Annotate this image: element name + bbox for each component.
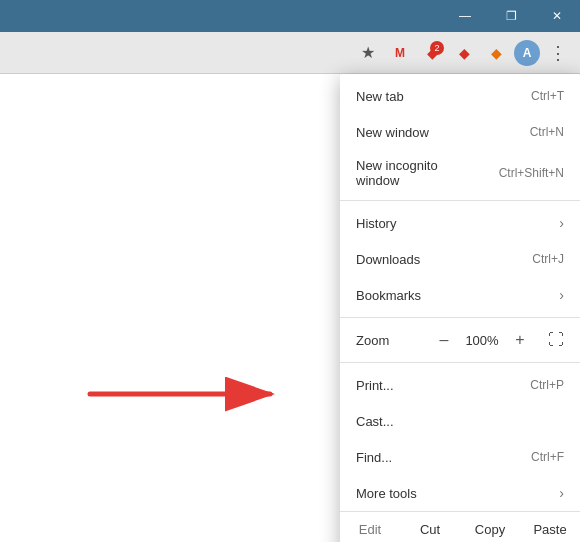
- zoom-value: 100%: [464, 333, 500, 348]
- red-app-icon[interactable]: ◆: [450, 39, 478, 67]
- fullscreen-button[interactable]: ⛶: [548, 331, 564, 349]
- zoom-row: Zoom – 100% + ⛶: [340, 322, 580, 358]
- edit-row: Edit Cut Copy Paste: [340, 511, 580, 542]
- arrow-svg: [80, 364, 300, 419]
- content-area: New tab Ctrl+T New window Ctrl+N New inc…: [0, 74, 580, 542]
- chrome-dropdown-menu: New tab Ctrl+T New window Ctrl+N New inc…: [340, 74, 580, 542]
- cut-button[interactable]: Cut: [400, 516, 460, 542]
- bookmark-icon[interactable]: ★: [354, 39, 382, 67]
- arrow-annotation: [80, 364, 300, 422]
- minimize-button[interactable]: —: [442, 0, 488, 32]
- menu-item-new-incognito[interactable]: New incognito window Ctrl+Shift+N: [340, 150, 580, 196]
- divider-1: [340, 200, 580, 201]
- edit-label: Edit: [340, 516, 400, 542]
- browser-toolbar: ★ M ◆ 2 ◆ ◆ A ⋮: [0, 32, 580, 74]
- menu-item-downloads[interactable]: Downloads Ctrl+J: [340, 241, 580, 277]
- divider-2: [340, 317, 580, 318]
- zoom-plus-button[interactable]: +: [508, 328, 532, 352]
- menu-item-history[interactable]: History ›: [340, 205, 580, 241]
- copy-button[interactable]: Copy: [460, 516, 520, 542]
- zoom-controls: – 100% + ⛶: [432, 328, 564, 352]
- gmail-icon[interactable]: M: [386, 39, 414, 67]
- notification-icon[interactable]: ◆ 2: [418, 39, 446, 67]
- zoom-minus-button[interactable]: –: [432, 328, 456, 352]
- orange-app-icon[interactable]: ◆: [482, 39, 510, 67]
- avatar[interactable]: A: [514, 40, 540, 66]
- menu-item-find[interactable]: Find... Ctrl+F: [340, 439, 580, 475]
- close-button[interactable]: ✕: [534, 0, 580, 32]
- menu-item-more-tools[interactable]: More tools ›: [340, 475, 580, 511]
- menu-item-bookmarks[interactable]: Bookmarks ›: [340, 277, 580, 313]
- menu-item-new-tab[interactable]: New tab Ctrl+T: [340, 78, 580, 114]
- divider-3: [340, 362, 580, 363]
- chrome-menu-button[interactable]: ⋮: [544, 39, 572, 67]
- menu-item-cast[interactable]: Cast...: [340, 403, 580, 439]
- menu-item-print[interactable]: Print... Ctrl+P: [340, 367, 580, 403]
- maximize-button[interactable]: ❐: [488, 0, 534, 32]
- title-bar: — ❐ ✕: [0, 0, 580, 32]
- paste-button[interactable]: Paste: [520, 516, 580, 542]
- notification-badge: 2: [430, 41, 444, 55]
- menu-item-new-window[interactable]: New window Ctrl+N: [340, 114, 580, 150]
